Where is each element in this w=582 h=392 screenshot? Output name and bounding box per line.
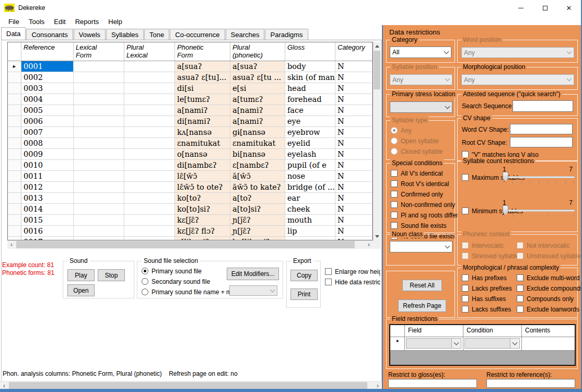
- checkbox-non-confirmed-only[interactable]: Non-confirmed only: [391, 200, 458, 209]
- checkbox-box[interactable]: [517, 252, 523, 259]
- row-header[interactable]: [8, 237, 21, 240]
- cell-phon[interactable]: di[nambɛʔ: [175, 160, 230, 171]
- cell-phon[interactable]: a[suaʔ: [175, 61, 230, 72]
- cell-cat[interactable]: N: [335, 171, 373, 182]
- cell-lex[interactable]: [74, 171, 124, 182]
- cell-pphon[interactable]: a[suaʔ: [230, 61, 285, 72]
- slider-track[interactable]: [503, 210, 575, 212]
- cell-ref[interactable]: 0009: [21, 149, 74, 160]
- row-header[interactable]: [8, 171, 21, 182]
- cell-plex[interactable]: [124, 138, 175, 149]
- cell-plex[interactable]: [124, 215, 175, 226]
- cell-pphon[interactable]: ɛnamitukat: [230, 138, 285, 149]
- cell-gloss[interactable]: face: [285, 105, 335, 116]
- checkbox-all-v-s-identical[interactable]: All V's identical: [391, 169, 458, 178]
- checkbox-box[interactable]: [462, 306, 469, 313]
- menu-item-file[interactable]: File: [4, 16, 24, 27]
- cell-phon[interactable]: ɛ[likaniʔ: [175, 237, 230, 240]
- cell-lex[interactable]: [74, 116, 124, 127]
- checkbox-box[interactable]: [325, 279, 332, 285]
- cell-lex[interactable]: [74, 72, 124, 83]
- cell-cat[interactable]: N: [335, 94, 373, 105]
- cell-gloss[interactable]: eye: [285, 116, 335, 127]
- noun-class-combobox[interactable]: [390, 241, 452, 252]
- checkbox-box[interactable]: [391, 212, 398, 218]
- checkbox-box[interactable]: [462, 252, 469, 259]
- dropdown-arrow[interactable]: [443, 241, 452, 252]
- maximize-button[interactable]: [533, 0, 557, 16]
- cell-gloss[interactable]: [285, 237, 335, 240]
- checkbox-enlarge-row-height[interactable]: Enlarge row height: [325, 267, 380, 276]
- cell-lex[interactable]: [74, 237, 124, 240]
- checkbox-root-v-s-identical[interactable]: Root V's identical: [391, 179, 458, 188]
- cell-phon[interactable]: di[si: [175, 83, 230, 94]
- cell-pphon[interactable]: ā[w̄ɔ̄: [230, 171, 285, 182]
- cell-plex[interactable]: [124, 226, 175, 237]
- row-header[interactable]: [8, 127, 21, 138]
- cell-gloss[interactable]: head: [285, 83, 335, 94]
- cell-cat[interactable]: N: [335, 127, 373, 138]
- tab-searches[interactable]: Searches: [226, 29, 265, 40]
- tab-vowels[interactable]: Vowels: [74, 29, 106, 40]
- checkbox-hide-data-restrictions[interactable]: Hide data restrictions: [325, 278, 380, 286]
- cell-lex[interactable]: [74, 61, 124, 72]
- menu-item-edit[interactable]: Edit: [49, 16, 70, 27]
- scroll-up-arrow[interactable]: [373, 42, 381, 50]
- row-header[interactable]: [8, 83, 21, 94]
- checkbox-intervocalic[interactable]: Intervocalic: [462, 241, 519, 250]
- cell-ref[interactable]: 0004: [21, 94, 74, 105]
- cell-phon[interactable]: ko[toʔ: [175, 193, 230, 204]
- dropdown-arrow[interactable]: [510, 339, 519, 348]
- cell-cat[interactable]: N: [335, 215, 373, 226]
- checkbox-box[interactable]: [517, 242, 523, 249]
- cell-gloss[interactable]: cheek: [285, 204, 335, 215]
- cell-pphon[interactable]: a[tumɛʔ: [230, 94, 285, 105]
- cell-plex[interactable]: [124, 160, 175, 171]
- cell-phon[interactable]: kɛ[j̄ɛ̄ʔ flɔʔ: [175, 226, 230, 237]
- row-header[interactable]: [8, 204, 21, 215]
- cell-ref[interactable]: 0015: [21, 215, 74, 226]
- radio-circle[interactable]: [142, 278, 148, 285]
- cell-ref[interactable]: 0013: [21, 193, 74, 204]
- row-header[interactable]: [8, 193, 21, 204]
- radio-open-syllable[interactable]: Open syllable: [391, 136, 443, 145]
- cell-gloss[interactable]: eyelid: [285, 138, 335, 149]
- cell-plex[interactable]: [124, 105, 175, 116]
- cell-ref[interactable]: 0005: [21, 105, 74, 116]
- checkbox-box[interactable]: [391, 180, 398, 187]
- cell-lex[interactable]: [74, 105, 124, 116]
- cell-phon[interactable]: di[namiʔ: [175, 116, 230, 127]
- radio-circle[interactable]: [142, 268, 148, 274]
- radio-any[interactable]: Any: [391, 126, 443, 135]
- checkbox-exclude-loanwords[interactable]: Exclude loanwords: [517, 305, 582, 314]
- checkbox-lacks-suffixes[interactable]: Lacks suffixes: [462, 305, 512, 314]
- cell-pphon[interactable]: bi[nansə: [230, 149, 285, 160]
- horizontal-scroll-thumb[interactable]: [16, 241, 355, 248]
- cell-cat[interactable]: N: [335, 160, 373, 171]
- cell-lex[interactable]: [74, 182, 124, 193]
- cell-plex[interactable]: [124, 171, 175, 182]
- row-header[interactable]: [8, 116, 21, 127]
- modifier-combobox[interactable]: [229, 285, 277, 296]
- grid-horizontal-scrollbar[interactable]: ‹ ›: [7, 240, 373, 249]
- cell-lex[interactable]: [74, 193, 124, 204]
- radio-circle[interactable]: [391, 137, 398, 144]
- checkbox-sound-file-exists[interactable]: Sound file exists: [391, 221, 458, 230]
- row-header[interactable]: [8, 226, 21, 237]
- column-header-plural-lexical[interactable]: Plural Lexical: [124, 42, 175, 61]
- column-header-lexical-form[interactable]: Lexical Form: [74, 42, 124, 61]
- checkbox-has-suffixes[interactable]: Has suffixes: [462, 294, 512, 303]
- cell-pphon[interactable]: hɔ[likaniʔ: [230, 237, 285, 240]
- refresh-page-button[interactable]: Refresh Page: [398, 299, 446, 312]
- cell-lex[interactable]: [74, 83, 124, 94]
- cell-phon[interactable]: asuaʔ ɛ[tu]...: [175, 72, 230, 83]
- cell-ref[interactable]: 0003: [21, 83, 74, 94]
- checkbox-stressed-syllable[interactable]: Stressed syllable: [462, 251, 519, 260]
- checkbox-box[interactable]: [517, 285, 523, 292]
- cell-pphon[interactable]: a[namiʔ: [230, 116, 285, 127]
- cell-cat[interactable]: N: [335, 193, 373, 204]
- cell-ref[interactable]: 0011: [21, 171, 74, 182]
- restrict-gloss-input[interactable]: [388, 379, 477, 388]
- category-combobox[interactable]: All: [390, 47, 451, 58]
- radio-circle[interactable]: [391, 127, 398, 134]
